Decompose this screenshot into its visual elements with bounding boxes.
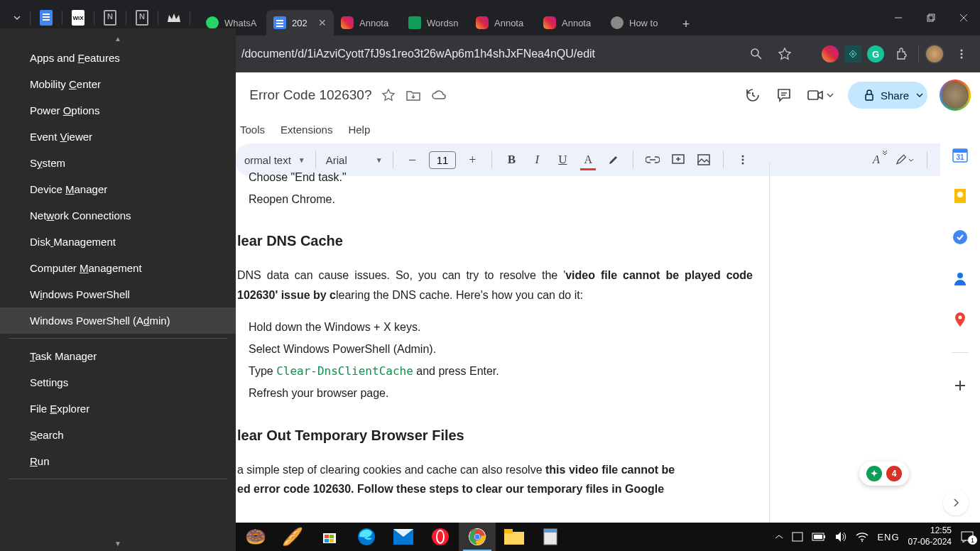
tray-battery-icon[interactable]: [812, 533, 826, 541]
winx-menu-item[interactable]: Windows PowerShell: [0, 281, 236, 307]
pinned-wix-icon[interactable]: WiX: [64, 6, 92, 29]
browser-tab[interactable]: Annota: [334, 10, 401, 36]
taskbar-app-notepad[interactable]: [533, 523, 570, 551]
contacts-icon[interactable]: [952, 270, 969, 287]
winx-menu-item[interactable]: Search: [0, 422, 236, 448]
increase-fontsize-button[interactable]: +: [463, 151, 481, 169]
tasks-icon[interactable]: [952, 229, 969, 246]
winx-menu-item[interactable]: Mobility Center: [0, 71, 236, 97]
more-options-icon[interactable]: [734, 151, 752, 169]
extension-grammarly-icon[interactable]: G: [867, 45, 884, 62]
chevron-down-icon[interactable]: ▼: [376, 156, 383, 164]
pinned-docs-icon[interactable]: [32, 6, 60, 29]
language-indicator[interactable]: ENG: [877, 532, 899, 542]
browser-tab[interactable]: 202✕: [266, 10, 334, 36]
fontsize-input[interactable]: 11: [429, 151, 457, 169]
insert-link-button[interactable]: [643, 151, 662, 169]
move-folder-icon[interactable]: [405, 89, 421, 102]
spellcheck-icon[interactable]: A: [867, 151, 886, 169]
scroll-up-arrow[interactable]: ▲: [0, 33, 236, 45]
comments-icon[interactable]: [775, 87, 793, 104]
winx-menu-item[interactable]: Disk Management: [0, 229, 236, 255]
winx-menu-item[interactable]: Network Connections: [0, 202, 236, 229]
winx-menu-item[interactable]: Event Viewer: [0, 124, 236, 150]
editing-mode-icon[interactable]: [895, 151, 914, 169]
menu-tools[interactable]: Tools: [240, 124, 265, 136]
extensions-puzzle-icon[interactable]: [890, 43, 913, 65]
winx-menu-item[interactable]: System: [0, 150, 236, 176]
pinned-notion-icon-2[interactable]: [128, 6, 156, 29]
insert-image-button[interactable]: [695, 151, 713, 169]
user-avatar[interactable]: [925, 44, 944, 64]
tray-wifi-icon[interactable]: [856, 532, 869, 542]
browser-tab[interactable]: How to: [604, 10, 671, 36]
notifications-icon[interactable]: 1: [960, 530, 974, 543]
keep-icon[interactable]: [952, 187, 969, 204]
taskbar-app-opera[interactable]: [422, 523, 459, 551]
browser-tab[interactable]: Annota: [536, 10, 604, 36]
extension-icon[interactable]: [844, 45, 861, 62]
pinned-notion-icon[interactable]: [96, 6, 124, 29]
winx-menu-item[interactable]: Task Manager: [0, 343, 236, 369]
close-tab-icon[interactable]: ✕: [318, 17, 327, 28]
menu-dots-icon[interactable]: [950, 43, 973, 65]
add-addon-icon[interactable]: [952, 377, 969, 394]
taskbar-clock[interactable]: 12:55 07-06-2024: [908, 525, 952, 547]
winx-menu-item[interactable]: File Explorer: [0, 395, 236, 422]
add-comment-button[interactable]: [669, 151, 687, 169]
winx-menu-item[interactable]: Computer Management: [0, 255, 236, 281]
scroll-down-arrow[interactable]: ▼: [0, 538, 236, 550]
browser-tab[interactable]: Wordsn: [401, 10, 469, 36]
explore-button[interactable]: ✦ 4: [859, 462, 909, 486]
search-icon[interactable]: [745, 43, 768, 65]
pinned-crown-icon[interactable]: [160, 6, 188, 29]
paragraph-style-select[interactable]: ormal text: [244, 154, 291, 166]
extension-instagram-icon[interactable]: [822, 45, 839, 62]
font-select[interactable]: Arial: [326, 154, 369, 166]
close-button[interactable]: [947, 4, 980, 32]
winx-menu-item[interactable]: Run: [0, 448, 236, 474]
taskbar-app-mail[interactable]: [385, 523, 422, 551]
winx-menu-item[interactable]: Power Options: [0, 97, 236, 124]
winx-menu-item[interactable]: Device Manager: [0, 176, 236, 202]
taskbar-app-bread[interactable]: 🥖: [274, 523, 311, 551]
tray-chevron-up-icon[interactable]: [775, 534, 783, 540]
taskbar-app-msstore[interactable]: [311, 523, 348, 551]
cloud-saved-icon[interactable]: [431, 89, 448, 102]
winx-menu-item[interactable]: Apps and Features: [0, 45, 236, 71]
tray-tablet-icon[interactable]: [792, 532, 803, 542]
account-avatar[interactable]: [942, 82, 969, 109]
italic-button[interactable]: I: [528, 151, 546, 169]
decrease-fontsize-button[interactable]: −: [403, 151, 422, 169]
svg-point-16: [742, 163, 744, 165]
maps-icon[interactable]: [952, 311, 969, 328]
taskbar-app-explorer[interactable]: [496, 523, 533, 551]
bold-button[interactable]: B: [502, 151, 521, 169]
taskbar-app-donut[interactable]: 🍩: [237, 523, 274, 551]
maximize-button[interactable]: [915, 4, 947, 32]
winx-menu-item[interactable]: Settings: [0, 369, 236, 395]
taskbar-app-edge[interactable]: [348, 523, 385, 551]
document-body[interactable]: Choose "End task." Reopen Chrome. lear D…: [237, 168, 770, 498]
star-icon[interactable]: [381, 88, 396, 102]
chevron-down-icon[interactable]: ▼: [298, 156, 305, 164]
browser-tab[interactable]: Annota: [469, 10, 536, 36]
underline-button[interactable]: U: [553, 151, 572, 169]
expand-sidepanel-icon[interactable]: [943, 490, 969, 515]
winx-menu-item[interactable]: Windows PowerShell (Admin): [0, 307, 236, 334]
new-tab-button[interactable]: +: [675, 13, 697, 36]
share-dropdown[interactable]: [912, 82, 927, 109]
chevron-down-icon[interactable]: [6, 6, 28, 29]
menu-help[interactable]: Help: [348, 124, 370, 136]
history-icon[interactable]: [744, 87, 761, 104]
menu-extensions[interactable]: Extensions: [281, 124, 332, 136]
calendar-icon[interactable]: 31: [952, 146, 969, 163]
text-color-button[interactable]: A: [579, 151, 597, 169]
highlight-button[interactable]: [604, 151, 623, 169]
tray-volume-icon[interactable]: [834, 531, 847, 542]
bookmark-star-icon[interactable]: [773, 43, 796, 65]
minimize-button[interactable]: [882, 4, 915, 32]
taskbar-app-chrome[interactable]: [459, 523, 496, 551]
meet-icon[interactable]: [807, 88, 834, 102]
document-title[interactable]: ‎ Error Code 102630?: [246, 87, 371, 103]
